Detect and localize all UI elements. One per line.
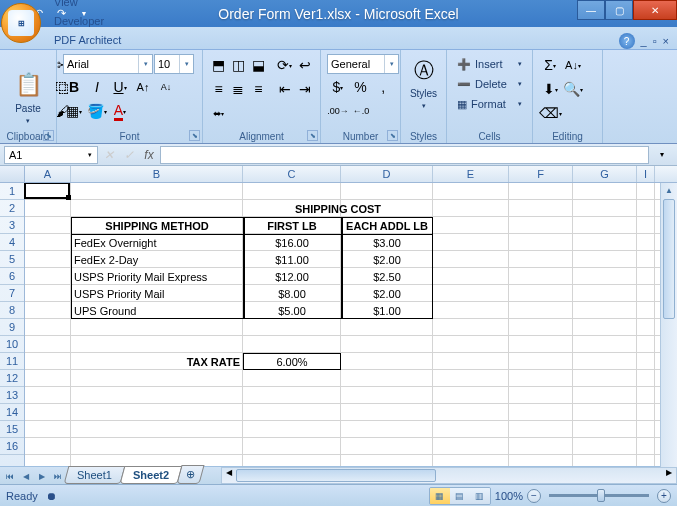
paste-button[interactable]: 📋 Paste▾ bbox=[6, 54, 50, 139]
cells-area[interactable]: SHIPPING COSTSHIPPING METHODFIRST LBEACH… bbox=[25, 183, 677, 466]
underline-button[interactable]: U▾ bbox=[109, 76, 131, 98]
close-workbook-icon[interactable]: × bbox=[663, 35, 669, 47]
increase-font-button[interactable]: A↑ bbox=[132, 76, 154, 98]
row-header-14[interactable]: 14 bbox=[0, 404, 24, 421]
scroll-up-icon[interactable]: ▲ bbox=[661, 183, 677, 198]
increase-decimal-button[interactable]: .00→ bbox=[327, 100, 349, 122]
cancel-formula-icon[interactable]: ✕ bbox=[100, 146, 118, 164]
formula-input[interactable] bbox=[160, 146, 649, 164]
fill-color-button[interactable]: 🪣▾ bbox=[86, 100, 108, 122]
column-header-C[interactable]: C bbox=[243, 166, 341, 182]
scroll-right-icon[interactable]: ▶ bbox=[662, 468, 676, 477]
alignment-dialog-launcher[interactable]: ⬊ bbox=[307, 130, 318, 141]
row-header-10[interactable]: 10 bbox=[0, 336, 24, 353]
first-sheet-button[interactable]: ⏮ bbox=[2, 468, 18, 484]
percent-format-button[interactable]: % bbox=[350, 76, 372, 98]
restore-window-icon[interactable]: ▫ bbox=[653, 35, 657, 47]
macro-record-icon[interactable]: ⏺ bbox=[46, 490, 57, 502]
row-header-12[interactable]: 12 bbox=[0, 370, 24, 387]
zoom-slider[interactable] bbox=[549, 494, 649, 497]
ribbon-tab-pdf-architect[interactable]: PDF Architect bbox=[43, 30, 132, 49]
align-center-button[interactable]: ≣ bbox=[229, 78, 248, 100]
increase-indent-button[interactable]: ⇥ bbox=[295, 78, 314, 100]
font-color-button[interactable]: A▾ bbox=[109, 100, 131, 122]
decrease-font-button[interactable]: A↓ bbox=[155, 76, 177, 98]
accounting-format-button[interactable]: $▾ bbox=[327, 76, 349, 98]
row-header-3[interactable]: 3 bbox=[0, 217, 24, 234]
border-button[interactable]: ▦▾ bbox=[63, 100, 85, 122]
office-button[interactable]: ⊞ bbox=[1, 3, 41, 43]
column-header-F[interactable]: F bbox=[509, 166, 573, 182]
zoom-level[interactable]: 100% bbox=[495, 490, 523, 502]
comma-format-button[interactable]: , bbox=[372, 76, 394, 98]
horizontal-scrollbar[interactable]: ◀ ▶ bbox=[221, 467, 677, 484]
row-header-16[interactable]: 16 bbox=[0, 438, 24, 455]
clear-button[interactable]: ⌫▾ bbox=[539, 102, 561, 124]
delete-cells-button[interactable]: ➖Delete▾ bbox=[453, 74, 526, 94]
prev-sheet-button[interactable]: ◀ bbox=[18, 468, 34, 484]
row-header-9[interactable]: 9 bbox=[0, 319, 24, 336]
expand-formula-bar-icon[interactable]: ▾ bbox=[651, 144, 673, 166]
orientation-button[interactable]: ⟳▾ bbox=[275, 54, 294, 76]
sheet-tab-sheet2[interactable]: Sheet2 bbox=[119, 466, 182, 484]
row-header-1[interactable]: 1 bbox=[0, 183, 24, 200]
new-sheet-button[interactable]: ⊕ bbox=[176, 465, 204, 484]
row-header-15[interactable]: 15 bbox=[0, 421, 24, 438]
normal-view-button[interactable]: ▦ bbox=[430, 488, 450, 504]
align-right-button[interactable]: ≡ bbox=[249, 78, 268, 100]
column-header-A[interactable]: A bbox=[25, 166, 71, 182]
bold-button[interactable]: B bbox=[63, 76, 85, 98]
help-icon[interactable]: ? bbox=[619, 33, 635, 49]
merge-center-button[interactable]: ⬌ ▾ bbox=[209, 102, 228, 124]
row-header-4[interactable]: 4 bbox=[0, 234, 24, 251]
align-left-button[interactable]: ≡ bbox=[209, 78, 228, 100]
column-header-I[interactable]: I bbox=[637, 166, 655, 182]
shipping-cost-title[interactable]: SHIPPING COST bbox=[243, 200, 433, 217]
row-header-11[interactable]: 11 bbox=[0, 353, 24, 370]
align-top-button[interactable]: ⬒ bbox=[209, 54, 228, 76]
minimize-ribbon-icon[interactable]: _ bbox=[641, 35, 647, 47]
align-middle-button[interactable]: ◫ bbox=[229, 54, 248, 76]
tax-rate-label[interactable]: TAX RATE bbox=[71, 353, 243, 370]
ribbon-tab-view[interactable]: View bbox=[43, 0, 132, 11]
find-select-button[interactable]: 🔍▾ bbox=[562, 78, 584, 100]
wrap-text-button[interactable]: ↩ bbox=[295, 54, 314, 76]
column-header-G[interactable]: G bbox=[573, 166, 637, 182]
row-header-8[interactable]: 8 bbox=[0, 302, 24, 319]
page-layout-view-button[interactable]: ▤ bbox=[450, 488, 470, 504]
fill-button[interactable]: ⬇▾ bbox=[539, 78, 561, 100]
row-header-7[interactable]: 7 bbox=[0, 285, 24, 302]
minimize-button[interactable]: — bbox=[577, 0, 605, 20]
column-header-E[interactable]: E bbox=[433, 166, 509, 182]
ribbon-tab-developer[interactable]: Developer bbox=[43, 11, 132, 30]
row-header-5[interactable]: 5 bbox=[0, 251, 24, 268]
insert-cells-button[interactable]: ➕Insert▾ bbox=[453, 54, 526, 74]
fx-button[interactable]: fx bbox=[140, 146, 158, 164]
italic-button[interactable]: I bbox=[86, 76, 108, 98]
scroll-left-icon[interactable]: ◀ bbox=[222, 468, 236, 477]
sheet-tab-sheet1[interactable]: Sheet1 bbox=[64, 466, 126, 484]
styles-button[interactable]: Ⓐ Styles▾ bbox=[405, 52, 442, 112]
row-header-13[interactable]: 13 bbox=[0, 387, 24, 404]
font-size-combo[interactable]: 10▾ bbox=[154, 54, 194, 74]
page-break-view-button[interactable]: ▥ bbox=[470, 488, 490, 504]
maximize-button[interactable]: ▢ bbox=[605, 0, 633, 20]
select-all-corner[interactable] bbox=[0, 166, 25, 182]
format-cells-button[interactable]: ▦Format▾ bbox=[453, 94, 526, 114]
vertical-scrollbar[interactable]: ▲ ▼ bbox=[660, 183, 677, 466]
next-sheet-button[interactable]: ▶ bbox=[34, 468, 50, 484]
scroll-thumb-h[interactable] bbox=[236, 469, 436, 482]
align-bottom-button[interactable]: ⬓ bbox=[249, 54, 268, 76]
column-header-B[interactable]: B bbox=[71, 166, 243, 182]
row-header-6[interactable]: 6 bbox=[0, 268, 24, 285]
enter-formula-icon[interactable]: ✓ bbox=[120, 146, 138, 164]
decrease-indent-button[interactable]: ⇤ bbox=[275, 78, 294, 100]
decrease-decimal-button[interactable]: ←.0 bbox=[350, 100, 372, 122]
row-header-2[interactable]: 2 bbox=[0, 200, 24, 217]
number-format-combo[interactable]: General▾ bbox=[327, 54, 399, 74]
zoom-in-button[interactable]: + bbox=[657, 489, 671, 503]
sort-filter-button[interactable]: A↓▾ bbox=[562, 54, 584, 76]
number-dialog-launcher[interactable]: ⬊ bbox=[387, 130, 398, 141]
font-family-combo[interactable]: Arial▾ bbox=[63, 54, 153, 74]
scroll-thumb-v[interactable] bbox=[663, 199, 675, 319]
